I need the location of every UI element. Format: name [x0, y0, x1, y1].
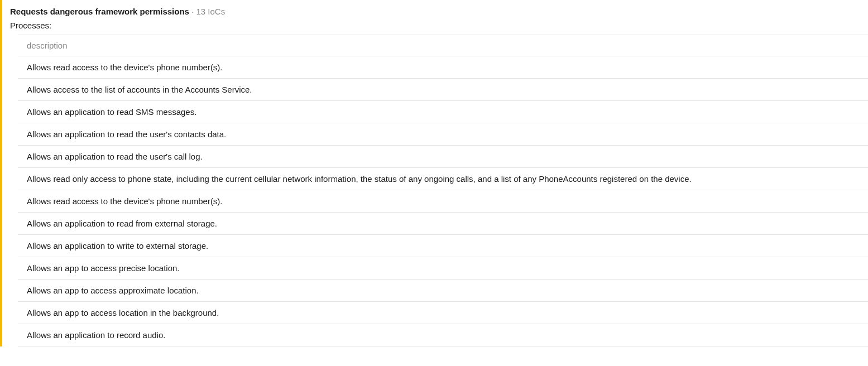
table-row: Allows an application to read from exter…	[18, 213, 868, 235]
table-cell: Allows an application to read the user's…	[18, 123, 868, 146]
separator: ·	[189, 7, 196, 16]
panel-title: Requests dangerous framework permissions	[10, 7, 189, 16]
table-row: Allows access to the list of accounts in…	[18, 79, 868, 101]
table-cell: Allows an app to access approximate loca…	[18, 280, 868, 302]
table-cell: Allows read only access to phone state, …	[18, 168, 868, 190]
ioc-count: 13 IoCs	[196, 7, 225, 16]
permissions-panel: Requests dangerous framework permissions…	[0, 0, 868, 346]
table-row: Allows an application to read the user's…	[18, 146, 868, 168]
table-row: Allows an app to access approximate loca…	[18, 280, 868, 302]
table-cell: Allows an application to read from exter…	[18, 213, 868, 235]
table-cell: Allows an application to write to extern…	[18, 235, 868, 257]
table-cell: Allows access to the list of accounts in…	[18, 79, 868, 101]
table-body: Allows read access to the device's phone…	[18, 56, 868, 346]
table-cell: Allows an application to read the user's…	[18, 146, 868, 168]
column-header-description: description	[18, 35, 868, 56]
panel-header: Requests dangerous framework permissions…	[2, 0, 868, 21]
table-row: Allows an application to read the user's…	[18, 123, 868, 146]
table-cell: Allows an application to read SMS messag…	[18, 101, 868, 123]
table-row: Allows an application to write to extern…	[18, 235, 868, 257]
table-row: Allows an application to record audio.	[18, 324, 868, 346]
table-row: Allows an app to access location in the …	[18, 302, 868, 324]
table-row: Allows an app to access precise location…	[18, 257, 868, 280]
table-row: Allows read only access to phone state, …	[18, 168, 868, 190]
table-row: Allows an application to read SMS messag…	[18, 101, 868, 123]
table-cell: Allows an app to access location in the …	[18, 302, 868, 324]
table-cell: Allows an application to record audio.	[18, 324, 868, 346]
table-cell: Allows read access to the device's phone…	[18, 190, 868, 213]
table-row: Allows read access to the device's phone…	[18, 56, 868, 79]
processes-label: Processes:	[2, 21, 868, 35]
table-cell: Allows an app to access precise location…	[18, 257, 868, 280]
table-cell: Allows read access to the device's phone…	[18, 56, 868, 79]
table-row: Allows read access to the device's phone…	[18, 190, 868, 213]
permissions-table: description Allows read access to the de…	[18, 35, 868, 346]
